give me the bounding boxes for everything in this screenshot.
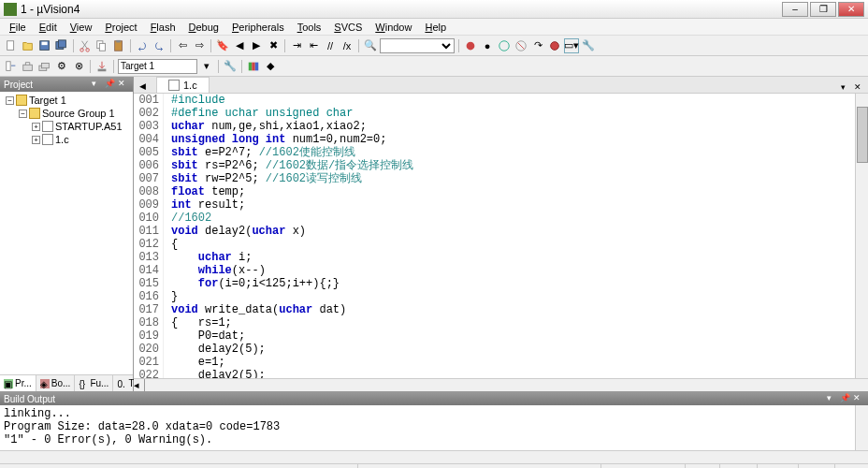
menu-edit[interactable]: Edit [34,21,63,34]
split-handle[interactable]: ◂ [134,379,145,391]
menu-project[interactable]: Project [99,21,142,34]
menu-flash[interactable]: Flash [145,21,181,34]
analyzer-icon[interactable] [547,38,562,53]
build-line: Program Size: data=28.0 xdata=0 code=178… [4,420,864,433]
editor-body[interactable]: 001 002 003 004 005 006 007 008 009 010 … [134,94,868,378]
svg-point-12 [499,40,510,51]
file-node-startup[interactable]: + STARTUP.A51 [28,120,131,133]
tree-expand-icon[interactable]: + [32,123,40,131]
svg-rect-4 [59,39,66,47]
copy-icon[interactable] [94,38,109,53]
panel-pin-icon[interactable]: 📌 [840,393,851,404]
minimize-button[interactable]: – [782,2,808,17]
nav-fwd-icon[interactable]: ⇨ [192,38,207,53]
batch-build-icon[interactable]: ⚙ [54,59,69,74]
menu-view[interactable]: View [65,21,98,34]
panel-menu-icon[interactable]: ▾ [92,79,103,90]
panel-close-icon[interactable]: ✕ [118,79,129,90]
save-icon[interactable] [37,38,52,53]
bookmark-next-icon[interactable]: ▶ [249,38,264,53]
menu-file[interactable]: File [4,21,32,34]
vertical-scrollbar[interactable] [855,94,868,378]
translate-icon[interactable] [4,59,19,74]
find-combo[interactable] [380,38,455,53]
panel-pin-icon[interactable]: 📌 [105,79,116,90]
bookmark-clear-icon[interactable]: ✖ [266,38,281,53]
breakpoint-icon[interactable]: ● [480,38,495,53]
editor-tab-active[interactable]: 1.c [156,77,210,93]
status-num: NUM [719,464,757,468]
outdent-icon[interactable]: ⇤ [306,38,321,53]
build-icon[interactable] [21,59,36,74]
stop-build-icon[interactable]: ⊗ [71,59,86,74]
tree-collapse-icon[interactable]: − [6,96,14,105]
menu-window[interactable]: Window [369,21,417,34]
tree-collapse-icon[interactable]: − [19,110,27,118]
scrollbar-thumb[interactable] [857,107,868,163]
file-node-main[interactable]: + 1.c [28,133,131,146]
svg-rect-18 [42,63,50,67]
download-icon[interactable] [94,59,109,74]
build-output-header: Build Output ▾ 📌 ✕ [0,392,868,405]
build-vscroll[interactable] [855,405,868,450]
menu-peripherals[interactable]: Peripherals [226,21,290,34]
tab-project[interactable]: ▣Pr... [0,375,36,391]
editor-close-icon[interactable]: ✕ [851,81,864,93]
run-icon[interactable] [497,38,512,53]
editor-area: ◀ 1.c ▾ ✕ 001 002 003 004 005 006 007 00… [134,77,868,391]
rebuild-icon[interactable] [37,59,52,74]
menu-debug[interactable]: Debug [183,21,224,34]
menu-tools[interactable]: Tools [292,21,327,34]
horizontal-scrollbar[interactable]: ◂ [134,378,868,391]
find-in-files-icon[interactable]: 🔍 [363,38,378,53]
build-line: "1" - 0 Error(s), 0 Warning(s). [4,433,864,446]
close-button[interactable]: ✕ [838,2,864,17]
indent-icon[interactable]: ⇥ [289,38,304,53]
manage-components-icon[interactable]: ◆ [263,59,278,74]
target-combo[interactable] [118,59,197,74]
tree-expand-icon[interactable]: + [32,136,40,144]
tools-icon[interactable]: 🔧 [581,38,596,53]
source-group-node[interactable]: − Source Group 1 [15,107,131,120]
build-hscroll[interactable] [0,450,868,463]
svg-rect-22 [255,62,259,70]
tab-functions[interactable]: {}Fu... [75,375,113,391]
paste-icon[interactable] [111,38,126,53]
project-root-node[interactable]: − Target 1 [2,94,131,107]
config-icon[interactable]: ▭▾ [564,38,579,53]
target-dropdown-icon[interactable]: ▾ [199,59,214,74]
comment-icon[interactable]: // [323,38,338,53]
nav-back-icon[interactable]: ⇦ [175,38,190,53]
svg-rect-20 [249,62,253,70]
menu-help[interactable]: Help [419,21,452,34]
tab-scroll-left-icon[interactable]: ◀ [136,80,149,93]
new-file-icon[interactable] [4,38,19,53]
cut-icon[interactable] [78,38,93,53]
undo-icon[interactable] [135,38,150,53]
debug-icon[interactable] [463,38,478,53]
bookmark-icon[interactable]: 🔖 [215,38,230,53]
manage-books-icon[interactable] [246,59,261,74]
open-file-icon[interactable] [21,38,36,53]
maximize-button[interactable]: ❐ [810,2,836,17]
panel-close-icon[interactable]: ✕ [853,393,864,404]
menu-svcs[interactable]: SVCS [328,21,368,34]
svg-point-14 [551,41,559,50]
redo-icon[interactable] [152,38,166,53]
editor-menu-icon[interactable]: ▾ [836,81,849,93]
panel-menu-icon[interactable]: ▾ [827,393,838,404]
step-icon[interactable]: ↷ [530,38,545,53]
project-panel-header: Project ▾ 📌 ✕ [0,77,133,92]
options-icon[interactable]: 🔧 [223,59,238,74]
bookmark-prev-icon[interactable]: ◀ [232,38,247,53]
save-all-icon[interactable] [54,38,69,53]
menubar: FileEditViewProjectFlashDebugPeripherals… [0,19,868,36]
svg-rect-15 [7,61,10,70]
uncomment-icon[interactable]: /x [340,38,354,53]
code-content[interactable]: #include #define uchar unsigned char uch… [164,94,855,378]
line-gutter: 001 002 003 004 005 006 007 008 009 010 … [134,94,164,378]
stop-icon[interactable] [514,38,528,53]
build-output-body[interactable]: linking...Program Size: data=28.0 xdata=… [0,405,868,450]
source-group-label: Source Group 1 [42,108,115,119]
tab-books[interactable]: ◈Bo... [36,375,76,391]
